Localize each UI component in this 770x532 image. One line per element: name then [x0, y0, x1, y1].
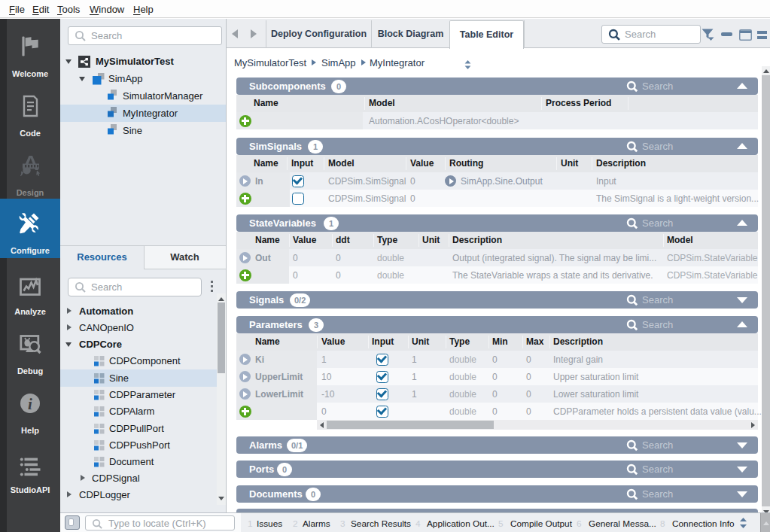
svg-text:i: i [28, 395, 32, 413]
